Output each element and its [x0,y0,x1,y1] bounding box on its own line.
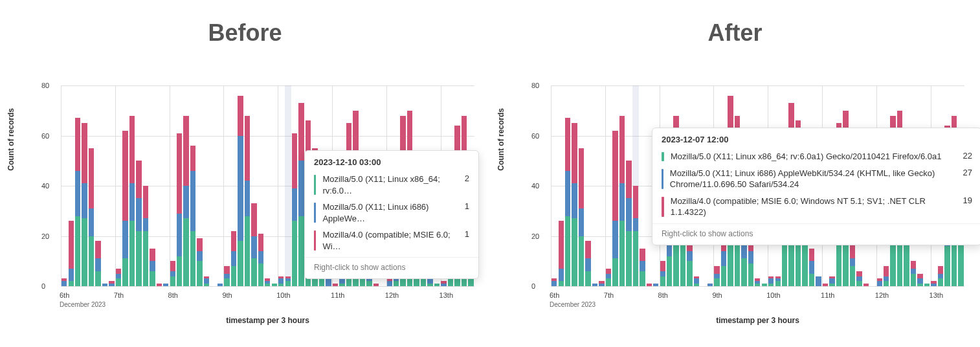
bar-segment-a[interactable] [606,278,611,286]
bar-slot[interactable] [176,85,183,286]
bar-segment-c[interactable] [292,133,297,188]
bar-segment-a[interactable] [579,236,584,287]
bar-segment-a[interactable] [694,284,699,286]
bar-segment-b[interactable] [606,274,611,279]
bar-segment-c[interactable] [177,133,182,214]
bar-segment-c[interactable] [298,103,304,161]
bar-segment-a[interactable] [143,231,148,286]
bar-segment-b[interactable] [427,278,432,284]
bar-slot[interactable] [230,85,237,286]
bar-segment-b[interactable] [224,274,229,279]
bar-segment-a[interactable] [278,284,284,286]
bar-stack[interactable] [251,85,256,286]
bar-stack[interactable] [89,85,94,286]
bar-segment-b[interactable] [102,284,107,286]
bar-slot[interactable] [115,85,122,286]
bar-segment-c[interactable] [258,234,263,251]
bar-segment-a[interactable] [809,274,814,286]
bar-segment-a[interactable] [619,221,625,286]
bar-segment-b[interactable] [748,251,753,263]
bar-slot[interactable] [129,85,135,286]
bar-segment-b[interactable] [136,198,141,230]
bar-stack[interactable] [197,85,202,286]
bar-slot[interactable] [551,85,557,286]
bar-segment-b[interactable] [95,258,100,271]
bar-segment-a[interactable] [434,284,440,286]
bar-slot[interactable] [244,85,251,286]
bar-segment-b[interactable] [122,221,128,258]
bar-segment-a[interactable] [728,241,733,286]
bar-segment-c[interactable] [911,261,916,269]
bar-stack[interactable] [61,85,67,286]
bar-segment-c[interactable] [231,231,236,251]
bar-segment-a[interactable] [183,218,188,286]
bar-segment-a[interactable] [170,276,175,287]
bar-stack[interactable] [122,85,128,286]
bar-stack[interactable] [183,85,188,286]
bar-stack[interactable] [292,85,297,286]
bar-segment-c[interactable] [116,269,121,274]
bar-segment-a[interactable] [89,236,94,287]
bar-slot[interactable] [67,85,74,286]
bar-segment-c[interactable] [585,241,590,258]
bar-segment-b[interactable] [129,183,135,221]
bar-segment-b[interactable] [143,218,148,230]
bar-segment-a[interactable] [850,266,855,286]
bar-slot[interactable] [258,85,264,286]
bar-segment-b[interactable] [694,278,699,284]
bar-slot[interactable] [278,85,284,286]
bar-segment-a[interactable] [129,221,135,286]
bar-segment-c[interactable] [823,284,828,286]
bar-segment-b[interactable] [278,278,284,284]
bar-segment-a[interactable] [944,246,950,286]
bar-stack[interactable] [599,85,604,286]
bar-slot[interactable] [74,85,81,286]
bar-segment-a[interactable] [150,271,155,286]
bar-segment-a[interactable] [238,241,243,286]
bar-segment-a[interactable] [245,216,250,287]
bar-segment-b[interactable] [938,274,943,279]
bar-segment-c[interactable] [69,221,74,269]
bar-segment-c[interactable] [640,249,645,261]
bar-slot[interactable] [264,85,271,286]
chart-after[interactable]: Count of records 0204060806thDecember 20… [503,79,967,325]
bar-stack[interactable] [626,85,631,286]
bar-segment-a[interactable] [204,284,209,286]
bar-stack[interactable] [116,85,121,286]
bar-segment-b[interactable] [190,171,195,231]
bar-segment-c[interactable] [714,266,719,274]
bar-segment-b[interactable] [660,271,665,276]
bar-stack[interactable] [579,85,584,286]
bar-segment-b[interactable] [850,258,855,266]
bar-stack[interactable] [157,85,162,286]
bar-stack[interactable] [224,85,229,286]
bar-stack[interactable] [619,85,625,286]
bar-segment-a[interactable] [75,216,80,287]
bar-segment-c[interactable] [82,123,87,183]
bar-segment-a[interactable] [667,256,672,287]
bar-segment-c[interactable] [170,261,175,271]
bar-segment-b[interactable] [707,284,713,286]
bar-segment-c[interactable] [251,203,256,236]
bar-slot[interactable] [632,85,639,286]
bar-segment-c[interactable] [863,284,869,286]
bar-segment-b[interactable] [150,261,155,271]
bar-segment-a[interactable] [741,258,746,286]
bar-slot[interactable] [612,85,618,286]
bar-slot[interactable] [564,85,571,286]
bar-stack[interactable] [592,85,597,286]
bar-segment-c[interactable] [647,284,652,286]
bar-segment-a[interactable] [714,278,719,286]
bar-segment-b[interactable] [572,183,577,218]
bar-segment-b[interactable] [339,278,344,284]
bar-segment-b[interactable] [89,208,94,236]
bar-slot[interactable] [95,85,101,286]
bar-segment-b[interactable] [69,269,74,281]
bar-segment-a[interactable] [911,274,916,286]
bar-stack[interactable] [204,85,209,286]
bar-segment-b[interactable] [599,284,604,286]
bar-segment-b[interactable] [116,274,121,279]
bar-segment-a[interactable] [366,281,372,286]
bar-stack[interactable] [606,85,611,286]
bar-stack[interactable] [585,85,590,286]
